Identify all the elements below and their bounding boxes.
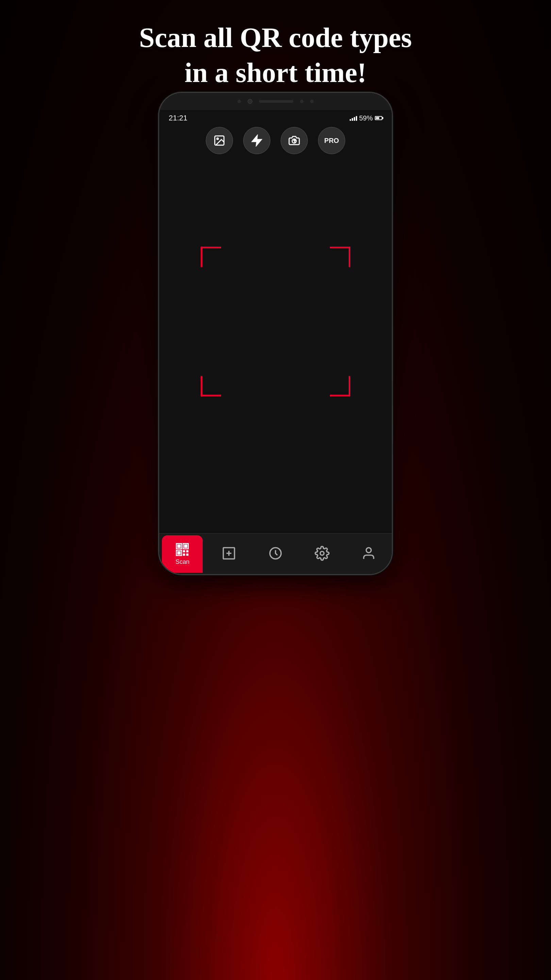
signal-icon <box>349 115 357 121</box>
phone-top-bar <box>159 93 392 110</box>
light-sensor <box>300 100 303 103</box>
nav-item-create[interactable] <box>206 546 252 562</box>
profile-icon <box>361 546 376 562</box>
power-button-main <box>392 178 393 246</box>
proximity-sensor <box>237 100 241 103</box>
scanner-frame <box>201 247 350 396</box>
flip-camera-button[interactable] <box>281 127 308 154</box>
corner-bottom-left <box>201 376 221 396</box>
scan-button[interactable]: Scan <box>162 535 203 573</box>
signal-bar-1 <box>349 119 351 121</box>
pro-button[interactable]: PRO <box>318 127 345 154</box>
power-button-top <box>392 140 393 168</box>
corner-bottom-right <box>330 376 350 396</box>
svg-rect-5 <box>178 545 181 548</box>
status-time: 21:21 <box>169 114 187 123</box>
phone-frame: 21:21 59% <box>158 92 393 575</box>
flash-icon <box>251 134 263 147</box>
create-icon <box>221 546 237 562</box>
settings-icon <box>314 546 330 562</box>
earpiece-speaker <box>259 100 293 103</box>
toolbar: PRO <box>159 127 392 154</box>
signal-bar-4 <box>356 116 357 121</box>
history-icon <box>268 546 283 562</box>
hero-text: Scan all QR code types in a short time! <box>0 21 551 90</box>
svg-point-1 <box>217 138 219 140</box>
signal-bar-3 <box>354 117 355 121</box>
status-bar: 21:21 59% <box>159 111 392 126</box>
corner-top-left <box>201 247 221 267</box>
svg-rect-11 <box>186 550 189 552</box>
ir-sensor <box>310 100 314 103</box>
svg-rect-7 <box>184 545 187 548</box>
nav-item-history[interactable] <box>252 546 299 562</box>
gallery-button[interactable] <box>206 127 233 154</box>
flash-button[interactable] <box>243 127 270 154</box>
svg-rect-12 <box>183 554 185 556</box>
status-right-icons: 59% <box>349 115 382 122</box>
nav-item-settings[interactable] <box>299 546 345 562</box>
flip-camera-icon <box>288 134 300 147</box>
corner-top-right <box>330 247 350 267</box>
gallery-icon <box>213 134 225 147</box>
nav-item-scan[interactable]: Scan <box>159 535 206 573</box>
svg-rect-10 <box>183 550 185 552</box>
svg-marker-2 <box>252 135 262 146</box>
svg-point-19 <box>366 547 371 553</box>
battery-fill <box>376 117 379 119</box>
bottom-nav: Scan <box>159 533 392 574</box>
qr-scan-icon <box>175 542 190 557</box>
svg-rect-13 <box>186 554 189 556</box>
front-camera <box>248 99 252 104</box>
svg-rect-9 <box>178 552 181 555</box>
svg-point-18 <box>320 551 324 555</box>
signal-bar-2 <box>352 118 353 121</box>
scan-label: Scan <box>176 558 189 566</box>
battery-icon <box>375 116 382 120</box>
nav-item-profile[interactable] <box>345 546 392 562</box>
battery-percent: 59% <box>359 115 373 122</box>
